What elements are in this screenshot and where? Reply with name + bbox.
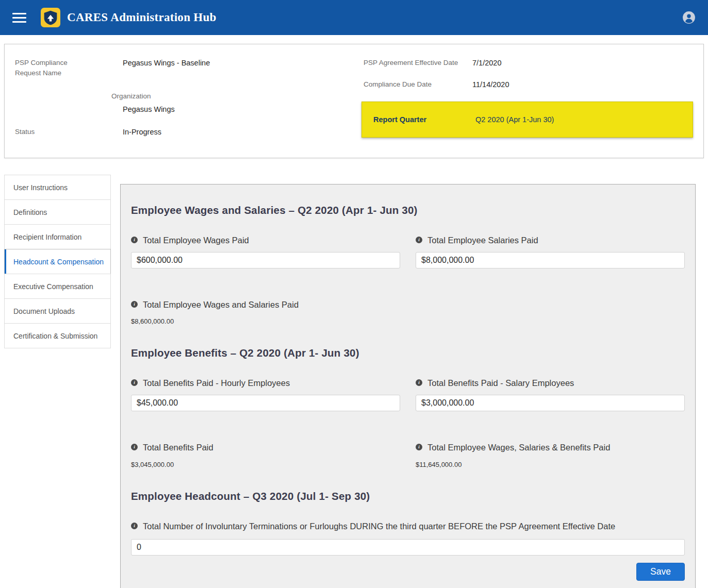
wages-salaries-heading: Employee Wages and Salaries – Q2 2020 (A… [131,204,685,216]
effective-date-value: 7/1/2020 [472,58,693,68]
total-salaries-label: Total Employee Salaries Paid [427,234,538,247]
total-wages-salaries-value: $8,600,000.00 [131,317,400,325]
wages-salaries-fields: Total Employee Wages Paid Total Employee… [131,234,685,268]
benefits-salary-label: Total Benefits Paid - Salary Employees [427,377,574,390]
report-quarter-highlight: Report Quarter Q2 2020 (Apr 1-Jun 30) [361,102,693,138]
report-quarter-label: Report Quarter [373,115,475,124]
save-button[interactable]: Save [636,563,685,581]
total-wages-field: Total Employee Wages Paid [131,234,400,268]
user-profile-icon[interactable] [682,11,696,24]
summary-right-column: PSP Agreement Effective Date 7/1/2020 Co… [364,58,693,138]
sidebar-item-document-uploads[interactable]: Document Uploads [4,298,111,324]
sidebar: User Instructions Definitions Recipient … [4,175,111,348]
request-name-label: PSP Compliance Request Name [15,58,95,79]
report-quarter-value: Q2 2020 (Apr 1-Jun 30) [475,115,687,124]
organization-value: Pegasus Wings [123,104,364,114]
total-benefits-label: Total Benefits Paid [143,441,213,455]
total-wages-salaries-benefits-value: $11,645,000.00 [416,461,685,468]
terminations-input[interactable] [131,539,685,556]
main-area: User Instructions Definitions Recipient … [0,175,708,588]
sidebar-item-executive-compensation[interactable]: Executive Compensation [4,274,111,299]
info-icon[interactable] [416,379,422,386]
info-icon[interactable] [131,379,138,386]
due-date-row: Compliance Due Date 11/14/2020 [364,79,693,90]
benefits-salary-field: Total Benefits Paid - Salary Employees [416,377,685,411]
headcount-compensation-form: Employee Wages and Salaries – Q2 2020 (A… [120,184,696,588]
app-logo-icon [41,8,60,27]
terminations-field: Total Number of Involuntary Terminations… [131,520,685,556]
wages-salaries-total-row: Total Employee Wages and Salaries Paid $… [131,298,685,326]
total-wages-salaries-benefits-readonly: Total Employee Wages, Salaries & Benefit… [416,441,685,468]
total-benefits-readonly: Total Benefits Paid $3,045,000.00 [131,441,400,468]
total-wages-salaries-label: Total Employee Wages and Salaries Paid [143,298,299,312]
sidebar-item-user-instructions[interactable]: User Instructions [4,175,111,200]
total-wages-input[interactable] [131,252,400,268]
headcount-heading: Employee Headcount – Q3 2020 (Jul 1- Sep… [131,490,685,502]
sidebar-item-recipient-information[interactable]: Recipient Information [4,224,111,249]
info-icon[interactable] [131,444,138,450]
sidebar-item-definitions[interactable]: Definitions [4,199,111,225]
effective-date-row: PSP Agreement Effective Date 7/1/2020 [364,58,693,68]
app-title: CARES Administration Hub [67,11,217,24]
total-benefits-value: $3,045,000.00 [131,461,400,468]
organization-label: Organization [111,91,364,102]
top-header: CARES Administration Hub [0,0,708,35]
benefits-hourly-label-row: Total Benefits Paid - Hourly Employees [131,377,400,390]
benefits-salary-input[interactable] [416,395,685,411]
total-salaries-label-row: Total Employee Salaries Paid [416,234,685,247]
due-date-value: 11/14/2020 [472,79,693,90]
benefits-hourly-input[interactable] [131,395,400,411]
terminations-label: Total Number of Involuntary Terminations… [143,520,615,533]
benefits-totals-row: Total Benefits Paid $3,045,000.00 Total … [131,441,685,468]
benefits-heading: Employee Benefits – Q2 2020 (Apr 1- Jun … [131,347,685,359]
total-wages-label: Total Employee Wages Paid [143,234,249,247]
info-icon[interactable] [416,237,422,243]
save-row: Save [131,563,685,581]
info-icon[interactable] [416,444,422,450]
total-wages-label-row: Total Employee Wages Paid [131,234,400,247]
summary-left-column: PSP Compliance Request Name Pegasus Wing… [15,58,364,149]
sidebar-item-headcount-compensation[interactable]: Headcount & Compensation [4,249,111,274]
sidebar-item-certification-submission[interactable]: Certification & Submission [4,323,111,348]
status-value: In-Progress [123,127,364,137]
total-wages-salaries-readonly: Total Employee Wages and Salaries Paid $… [131,298,400,326]
info-icon[interactable] [131,301,138,308]
due-date-label: Compliance Due Date [364,79,472,90]
benefits-hourly-label: Total Benefits Paid - Hourly Employees [143,377,290,390]
status-row: Status In-Progress [15,127,364,137]
total-wages-salaries-benefits-label: Total Employee Wages, Salaries & Benefit… [427,441,610,455]
info-icon[interactable] [131,523,138,529]
benefits-hourly-field: Total Benefits Paid - Hourly Employees [131,377,400,411]
total-wages-salaries-benefits-label-row: Total Employee Wages, Salaries & Benefit… [416,441,685,455]
benefits-salary-label-row: Total Benefits Paid - Salary Employees [416,377,685,390]
request-name-value: Pegasus Wings - Baseline [123,58,364,68]
total-wages-salaries-label-row: Total Employee Wages and Salaries Paid [131,298,400,312]
total-salaries-field: Total Employee Salaries Paid [416,234,685,268]
benefits-fields: Total Benefits Paid - Hourly Employees T… [131,377,685,411]
effective-date-label: PSP Agreement Effective Date [364,58,472,68]
status-label: Status [15,127,123,137]
compliance-summary-card: PSP Compliance Request Name Pegasus Wing… [4,44,704,158]
info-icon[interactable] [131,237,138,243]
total-benefits-label-row: Total Benefits Paid [131,441,400,455]
request-name-row: PSP Compliance Request Name Pegasus Wing… [15,58,364,79]
menu-icon[interactable] [12,13,26,23]
total-salaries-input[interactable] [416,252,685,268]
terminations-label-row: Total Number of Involuntary Terminations… [131,520,685,533]
organization-row: Organization Pegasus Wings [15,91,364,115]
